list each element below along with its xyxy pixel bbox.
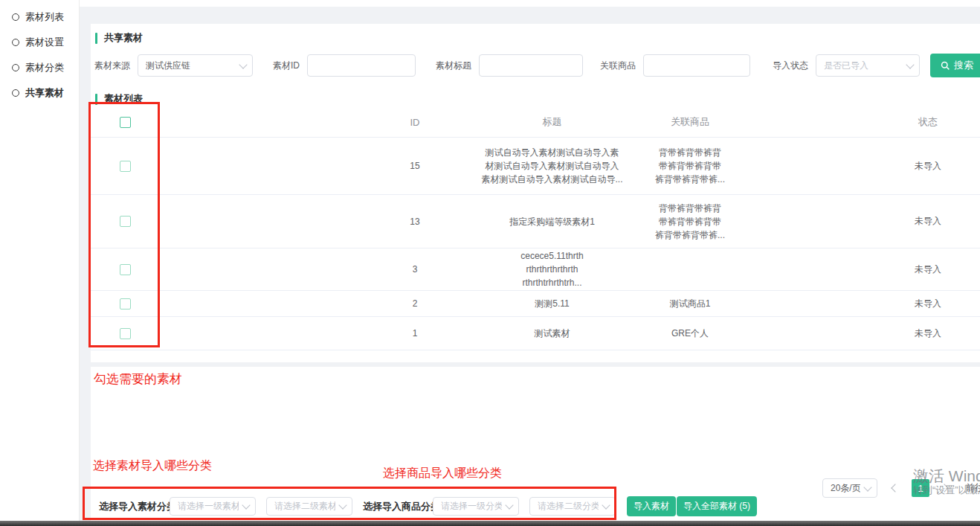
material-title-input[interactable] (479, 54, 583, 77)
chevron-down-icon (338, 501, 346, 509)
cell-id: 3 (347, 264, 483, 275)
prev-page-button[interactable] (886, 479, 904, 497)
sidebar-item-label: 素材列表 (25, 10, 64, 24)
chevron-right-icon (940, 484, 948, 492)
header-title: 标题 (483, 115, 622, 129)
radio-circle-icon (12, 39, 19, 46)
search-form: 素材来源 测试供应链 素材ID 素材标题 关联商品 导入状态 是否已导入 (94, 54, 980, 77)
chevron-left-icon (891, 484, 899, 492)
row-checkbox[interactable] (120, 264, 131, 275)
green-bar-icon (95, 94, 97, 105)
page-background-strip (79, 7, 91, 522)
cell-id: 1 (347, 328, 483, 339)
product-category-l2-placeholder: 请选择二级分类 (538, 500, 599, 513)
product-category-l1-placeholder: 请选择一级分类 (441, 500, 502, 513)
row-checkbox-cell[interactable] (91, 328, 160, 339)
cell-title: cecece5.11thrthrthrthrthrthrthrthrthtrhr… (483, 249, 622, 289)
header-product: 关联商品 (622, 115, 758, 129)
product-category-l1-select[interactable]: 请选择一级分类 (433, 497, 519, 516)
radio-circle-icon (12, 13, 19, 21)
annotation-material-category-note: 选择素材导入哪些分类 (93, 458, 212, 474)
table-row: 15 测试自动导入素材测试自动导入素材测试自动导入素材测试自动导入素材测试自动导… (91, 138, 980, 195)
cell-product: 背带裤背带裤背带裤背带裤背带裤背带裤背带裤... (622, 146, 758, 186)
cell-title: 测试素材 (483, 327, 622, 340)
source-select-value: 测试供应链 (146, 60, 236, 72)
row-checkbox[interactable] (120, 161, 131, 172)
import-controls: 选择导入素材分类 请选择一级素材分类 请选择二级素材分类 选择导入商品分类 请选… (91, 495, 980, 516)
material-category-l2-select[interactable]: 请选择二级素材分类 (266, 497, 352, 516)
next-page-button[interactable] (935, 479, 953, 497)
table-header-row: ID 标题 关联商品 状态 (91, 107, 980, 138)
section-title-text: 共享素材 (104, 31, 143, 45)
chevron-down-icon (239, 60, 247, 68)
page-size-value: 20条/页 (831, 482, 860, 495)
goto-page-label: 前往 (965, 481, 980, 495)
material-title-label: 素材标题 (436, 60, 471, 72)
section-title-list: 素材列表 (95, 92, 143, 106)
current-page-button[interactable]: 1 (912, 479, 929, 497)
sidebar-item-material-settings[interactable]: 素材设置 (0, 30, 79, 55)
cell-title: 测试自动导入素材测试自动导入素材测试自动导入素材测试自动导入素材测试自动导入素材… (483, 146, 622, 186)
sidebar-item-material-category[interactable]: 素材分类 (0, 55, 79, 80)
cell-status: 未导入 (758, 327, 980, 340)
chevron-down-icon (505, 501, 513, 509)
cell-product: 背带裤背带裤背带裤背带裤背带裤背带裤背带裤... (622, 202, 758, 242)
import-all-material-button[interactable]: 导入全部素材 (5) (677, 496, 757, 516)
cell-status: 未导入 (758, 263, 980, 276)
import-status-label: 导入状态 (773, 60, 808, 72)
cell-id: 2 (347, 298, 483, 309)
import-status-select[interactable]: 是否已导入 (816, 54, 920, 77)
sidebar-item-shared-material[interactable]: 共享素材 (0, 80, 79, 106)
sidebar-item-label: 素材设置 (25, 36, 64, 49)
window-bottom-edge (0, 521, 980, 526)
row-checkbox[interactable] (120, 298, 131, 309)
row-checkbox-cell[interactable] (91, 264, 160, 275)
row-checkbox-cell[interactable] (91, 298, 160, 309)
row-checkbox[interactable] (120, 328, 131, 339)
material-category-l2-placeholder: 请选择二级素材分类 (274, 500, 335, 513)
cell-status: 未导入 (758, 298, 980, 310)
chevron-down-icon (863, 483, 871, 491)
cell-title: 指定采购端等级素材1 (483, 215, 622, 228)
material-table: ID 标题 关联商品 状态 15 测试自动导入素材测试自动导入素材测试自动导入素… (91, 107, 980, 350)
annotation-check-note: 勾选需要的素材 (94, 371, 182, 388)
table-row: 13 指定采购端等级素材1 背带裤背带裤背带裤背带裤背带裤背带裤背带裤... 未… (91, 195, 980, 248)
radio-circle-icon (12, 64, 19, 71)
shared-material-card: 共享素材 素材来源 测试供应链 素材ID 素材标题 关联商品 导入状态 是否已导… (91, 24, 980, 362)
chevron-down-icon (602, 501, 610, 509)
cell-product: GRE个人 (622, 327, 758, 340)
material-category-l1-select[interactable]: 请选择一级素材分类 (170, 497, 256, 516)
material-id-label: 素材ID (273, 60, 300, 72)
cell-product: 测试商品1 (622, 297, 758, 310)
import-status-placeholder: 是否已导入 (824, 60, 903, 72)
header-status: 状态 (758, 115, 980, 129)
table-row: 2 测测5.11 测试商品1 未导入 (91, 291, 980, 317)
sidebar-item-material-list[interactable]: 素材列表 (0, 4, 79, 30)
green-bar-icon (95, 33, 97, 44)
cell-id: 13 (347, 217, 483, 227)
cell-title: 测测5.11 (483, 297, 622, 310)
search-button[interactable]: 搜索 (930, 54, 980, 77)
source-label: 素材来源 (94, 60, 130, 72)
row-checkbox[interactable] (120, 216, 131, 227)
select-all-cell[interactable] (91, 117, 160, 128)
section-title-shared: 共享素材 (95, 31, 143, 45)
source-select[interactable]: 测试供应链 (138, 54, 253, 77)
material-id-input[interactable] (307, 54, 416, 77)
row-checkbox-cell[interactable] (91, 161, 160, 172)
sidebar-item-label: 素材分类 (25, 61, 64, 74)
cell-status: 未导入 (758, 160, 980, 173)
sidebar: 素材列表 素材设置 素材分类 共享素材 (0, 0, 80, 522)
table-row: 3 cecece5.11thrthrthrthrthrthrthrthrthtr… (91, 248, 980, 291)
related-product-input[interactable] (643, 54, 750, 77)
select-all-checkbox[interactable] (120, 117, 131, 128)
row-checkbox-cell[interactable] (91, 216, 160, 227)
import-material-button[interactable]: 导入素材 (627, 496, 676, 516)
cell-status: 未导入 (758, 215, 980, 228)
product-category-l2-select[interactable]: 请选择二级分类 (529, 497, 616, 516)
product-category-label: 选择导入商品分类 (363, 500, 440, 513)
search-icon (941, 61, 950, 71)
material-category-label: 选择导入素材分类 (99, 500, 176, 513)
annotation-product-category-note: 选择商品导入哪些分类 (383, 466, 502, 481)
chevron-down-icon (242, 501, 250, 509)
